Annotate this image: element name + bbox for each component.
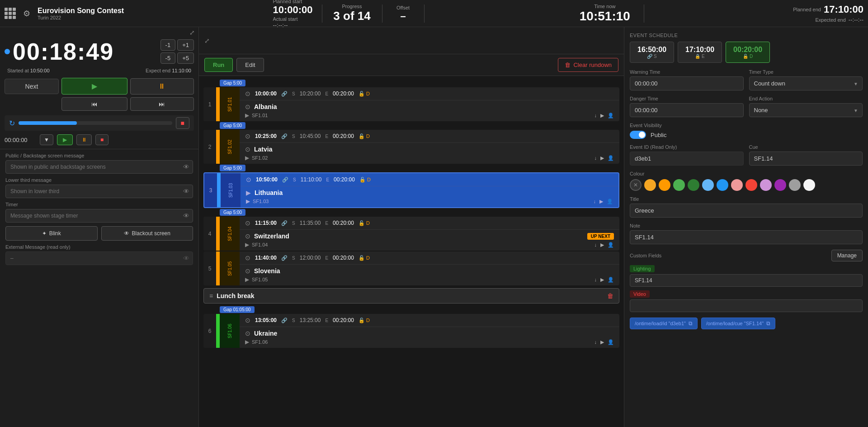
person-icon-1[interactable]: 👤	[608, 113, 614, 119]
pause-btn[interactable]: ⏸	[130, 78, 194, 95]
progress-down-btn[interactable]: ▼	[40, 134, 53, 145]
timer-msg-input[interactable]	[5, 209, 193, 223]
rundown-item-6[interactable]: 6 SF1.06 ⊙ 13:05:00 🔗 S 13:25:00 E 00:20…	[203, 314, 619, 348]
colour-swatch-red-light[interactable]	[731, 179, 743, 191]
delete-section-icon[interactable]: 🗑	[607, 292, 613, 299]
lighting-input[interactable]	[630, 274, 863, 287]
public-backstage-input[interactable]	[5, 160, 193, 174]
play-btn-1[interactable]: ▶	[245, 112, 249, 119]
code-snippet-1[interactable]: /ontime/load/id "d3eb1" ⧉	[630, 318, 698, 329]
colour-swatch-clear[interactable]: ✕	[630, 179, 642, 191]
colour-swatch-grey[interactable]	[789, 179, 801, 191]
colour-swatch-purple[interactable]	[774, 179, 786, 191]
play-icon-1[interactable]: ▶	[600, 113, 604, 119]
timer-type-select[interactable]: Count down Count up Time of day	[749, 76, 863, 90]
colour-swatch-white[interactable]	[803, 179, 815, 191]
adj-plus1-btn[interactable]: +1	[177, 39, 194, 51]
play-btn-2[interactable]: ▶	[245, 155, 249, 161]
item-id-3: SF1.03	[221, 173, 241, 207]
play-btn-3[interactable]: ▶	[246, 198, 250, 204]
snippet-text-2: /ontime/load/cue "SF1.14"	[706, 321, 764, 326]
colour-swatch-green-dark[interactable]	[688, 179, 699, 191]
colour-swatch-green-light[interactable]	[673, 179, 685, 191]
progress-play-btn[interactable]: ▶	[57, 134, 73, 145]
person-icon-3[interactable]: 👤	[607, 199, 613, 204]
cue-input[interactable]	[749, 152, 863, 166]
person-icon-6[interactable]: 👤	[608, 339, 614, 345]
rundown-item-2[interactable]: 2 SF1.02 ⊙ 10:25:00 🔗 S 10:45:00 E 00:20…	[203, 130, 619, 164]
person-icon-2[interactable]: 👤	[608, 155, 614, 161]
end-label-2: E	[325, 134, 328, 139]
progress-time-value: 00:00:00	[5, 137, 36, 143]
clear-rundown-btn[interactable]: 🗑 Clear rundown	[558, 58, 618, 72]
colour-swatch-orange[interactable]	[659, 179, 670, 191]
schedule-box-3[interactable]: 00:20:00 🔓 D	[726, 42, 770, 63]
play-icon-4[interactable]: ▶	[600, 242, 604, 248]
arrow-down-3[interactable]: ↓	[594, 199, 596, 204]
play-icon-5[interactable]: ▶	[600, 277, 604, 283]
section-divider[interactable]: ≡ Lunch break 🗑	[203, 288, 619, 304]
item-id-2: SF1.02	[220, 130, 240, 164]
arrow-down-2[interactable]: ↓	[594, 155, 597, 161]
colour-swatch-purple-light[interactable]	[760, 179, 772, 191]
video-input[interactable]	[630, 299, 863, 312]
forward-btn[interactable]: ⏭	[130, 97, 194, 111]
center-expand-icon[interactable]: ⤢	[204, 37, 210, 44]
schedule-box-2[interactable]: 17:10:00 🔒 E	[678, 42, 722, 63]
colour-swatch-red[interactable]	[745, 179, 757, 191]
timer-msg-eye-icon[interactable]: 👁	[183, 212, 189, 219]
play-icon-2[interactable]: ▶	[600, 155, 604, 161]
play-btn-4[interactable]: ▶	[245, 242, 249, 248]
schedule-box-1[interactable]: 16:50:00 🔗 S	[630, 42, 674, 63]
edit-btn[interactable]: Edit	[236, 58, 264, 72]
public-backstage-eye-icon[interactable]: 👁	[183, 163, 189, 171]
play-btn[interactable]: ▶	[61, 78, 127, 95]
manage-btn[interactable]: Manage	[831, 250, 863, 261]
danger-time-input[interactable]	[630, 103, 744, 117]
sub-id-6: SF1.06	[252, 339, 268, 345]
run-btn[interactable]: Run	[204, 58, 233, 72]
person-icon-4[interactable]: 👤	[608, 242, 614, 248]
stop-btn[interactable]: ■	[176, 117, 189, 129]
gear-icon[interactable]: ⚙	[23, 9, 30, 19]
person-icon-5[interactable]: 👤	[608, 277, 614, 283]
center-panel: ⤢ Run Edit 🗑 Clear rundown Gap 5:00	[199, 27, 624, 427]
external-message-eye-icon[interactable]: 👁	[183, 255, 189, 262]
play-icon-3[interactable]: ▶	[599, 199, 603, 204]
lower-third-input[interactable]	[5, 185, 193, 198]
colour-swatch-blue-light[interactable]	[702, 179, 714, 191]
adj-minus5-btn[interactable]: -5	[160, 52, 176, 64]
lock-3: 🔓 D	[359, 177, 371, 183]
play-btn-5[interactable]: ▶	[245, 276, 249, 283]
grid-icon[interactable]	[5, 8, 16, 19]
loop-icon[interactable]: ↻	[9, 119, 15, 128]
play-icon-6[interactable]: ▶	[600, 339, 604, 345]
rundown-item-5[interactable]: 5 SF1.05 ⊙ 11:40:00 🔗 S 12:00:00 E 00:20…	[203, 251, 619, 285]
blackout-btn[interactable]: 👁 Blackout screen	[101, 226, 193, 241]
colour-swatch-blue[interactable]	[717, 179, 728, 191]
colour-swatch-amber[interactable]	[644, 179, 656, 191]
blink-btn[interactable]: ✦ Blink	[5, 226, 98, 241]
arrow-down-6[interactable]: ↓	[594, 339, 597, 345]
adj-minus1-btn[interactable]: -1	[160, 39, 176, 51]
note-input[interactable]	[630, 230, 863, 244]
warning-time-input[interactable]	[630, 76, 744, 90]
rundown-item-4[interactable]: 4 SF1.04 ⊙ 11:15:00 🔗 S 11:35:00 E 00:20…	[203, 217, 619, 251]
title-input[interactable]	[630, 204, 863, 218]
sched-time-2: 10:45:00	[300, 133, 321, 139]
progress-pause-btn[interactable]: ⏸	[76, 134, 92, 145]
rundown-item-1[interactable]: 1 SF1.01 ⊙ 10:00:00 🔗 S 10:20:00 E 00:20…	[203, 87, 619, 121]
lower-third-eye-icon[interactable]: 👁	[183, 188, 189, 195]
adj-plus5-btn[interactable]: +5	[177, 52, 194, 64]
arrow-down-5[interactable]: ↓	[594, 277, 597, 283]
rundown-item-3[interactable]: 3 SF1.03 ⊙ 10:50:00 🔗 S 11:10:00 E 00:20…	[203, 172, 619, 208]
play-btn-6[interactable]: ▶	[245, 339, 249, 345]
end-action-select[interactable]: None Stop Load next Play next	[749, 103, 863, 117]
rewind-btn[interactable]: ⏮	[61, 97, 127, 111]
arrow-down-4[interactable]: ↓	[594, 242, 597, 248]
progress-stop-btn[interactable]: ■	[95, 134, 108, 145]
arrow-down-1[interactable]: ↓	[594, 113, 597, 119]
visibility-toggle[interactable]	[630, 131, 646, 139]
code-snippet-2[interactable]: /ontime/load/cue "SF1.14" ⧉	[701, 318, 775, 329]
left-panel-expand-icon[interactable]: ⤢	[189, 29, 195, 36]
